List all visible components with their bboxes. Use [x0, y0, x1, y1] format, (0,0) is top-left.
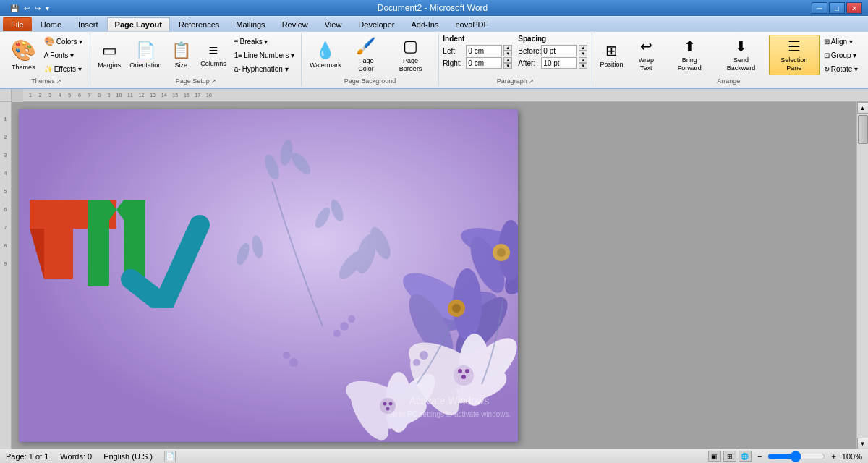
group-label: Group ▾ — [831, 51, 857, 59]
themes-content: 🎨 Themes 🎨 Colors ▾ A Fonts ▾ ✨ Effects … — [7, 35, 86, 76]
document-page[interactable]: Activate Windows Go to PC settings to ac… — [19, 109, 518, 442]
page-area: Activate Windows Go to PC settings to ac… — [12, 102, 856, 449]
svg-rect-60 — [44, 200, 73, 279]
rotate-icon: ↻ — [824, 65, 830, 73]
word-count: Words: 0 — [60, 452, 92, 461]
indent-group: Indent Left: ▲ ▼ Right: ▲ — [443, 35, 512, 69]
spacing-before-up[interactable]: ▲ — [579, 45, 587, 51]
wrap-text-btn[interactable]: ↩ Wrap Text — [628, 35, 664, 75]
position-label: Position — [600, 61, 624, 69]
print-layout-btn[interactable]: ▣ — [708, 451, 721, 462]
more-qat-btn[interactable]: ▾ — [44, 4, 51, 13]
full-screen-btn[interactable]: ⊞ — [723, 451, 736, 462]
themes-expand-icon[interactable]: ↗ — [56, 78, 61, 85]
paragraph-expand-icon[interactable]: ↗ — [529, 78, 534, 85]
maximize-btn[interactable]: □ — [829, 2, 845, 14]
scrollbar-up-btn[interactable]: ▲ — [857, 102, 869, 114]
group-btn[interactable]: ⊡ Group ▾ — [821, 48, 861, 61]
send-backward-btn[interactable]: ⬇ Send Backward — [715, 35, 767, 75]
indent-left-up[interactable]: ▲ — [503, 45, 512, 51]
tab-mailings[interactable]: Mailings — [228, 17, 273, 31]
indent-right-down[interactable]: ▼ — [503, 63, 512, 69]
fonts-btn[interactable]: A Fonts ▾ — [41, 48, 86, 61]
document-main: 1 2 3 4 5 6 7 8 9 — [0, 102, 868, 449]
effects-btn[interactable]: ✨ Effects ▾ — [41, 62, 86, 75]
hyphenation-icon: a- — [234, 65, 241, 73]
minimize-btn[interactable]: ─ — [812, 2, 827, 14]
tab-add-ins[interactable]: Add-Ins — [404, 17, 447, 31]
tab-file[interactable]: File — [3, 17, 32, 31]
send-backward-icon: ⬇ — [735, 38, 747, 55]
position-btn[interactable]: ⊞ Position — [597, 35, 627, 75]
tab-page-layout[interactable]: Page Layout — [107, 17, 170, 31]
page-color-btn[interactable]: 🖌️ Page Color — [346, 35, 386, 75]
line-numbers-btn[interactable]: 1≡ Line Numbers ▾ — [231, 48, 297, 61]
scrollbar-thumb[interactable] — [858, 115, 868, 144]
breaks-icon: ≡ — [234, 38, 239, 46]
fonts-label: Fonts ▾ — [50, 51, 74, 59]
zoom-in-btn[interactable]: + — [831, 452, 835, 461]
spacing-before-label: Before: — [518, 47, 540, 55]
zoom-level: 100% — [842, 452, 862, 461]
tab-view[interactable]: View — [317, 17, 350, 31]
tab-novapdf[interactable]: novaPDF — [447, 17, 496, 31]
view-status-icon[interactable]: 📄 — [164, 451, 176, 462]
spacing-after-up[interactable]: ▲ — [579, 57, 587, 63]
page-setup-expand-icon[interactable]: ↗ — [211, 78, 216, 85]
indent-left-input[interactable] — [466, 45, 502, 56]
rotate-btn[interactable]: ↻ Rotate ▾ — [821, 62, 861, 75]
orientation-btn[interactable]: 📄 Orientation — [126, 35, 165, 75]
selection-pane-btn[interactable]: ☰ Selection Pane — [769, 35, 820, 75]
indent-right-label: Right: — [443, 59, 464, 67]
tab-developer[interactable]: Developer — [350, 17, 402, 31]
svg-point-30 — [461, 375, 466, 379]
indent-right-input[interactable] — [466, 57, 502, 69]
tab-insert[interactable]: Insert — [70, 17, 106, 31]
spacing-after-input[interactable] — [541, 57, 577, 69]
effects-icon: ✨ — [44, 65, 53, 73]
zoom-slider[interactable] — [767, 451, 825, 462]
hyphenation-btn[interactable]: a- Hyphenation ▾ — [231, 62, 297, 75]
paragraph-content: Indent Left: ▲ ▼ Right: ▲ — [443, 35, 587, 76]
spacing-after-label: After: — [518, 59, 540, 67]
tab-review[interactable]: Review — [274, 17, 316, 31]
send-backward-label: Send Backward — [718, 56, 763, 72]
selection-pane-label: Selection Pane — [773, 56, 816, 72]
wrap-text-icon: ↩ — [640, 38, 652, 55]
spacing-before-down[interactable]: ▼ — [579, 51, 587, 56]
scrollbar-down-btn[interactable]: ▼ — [857, 438, 869, 449]
watermark-btn[interactable]: 💧 Watermark — [306, 35, 344, 75]
page-borders-btn[interactable]: ▢ Page Borders — [387, 35, 434, 75]
document-wrapper: 1 2 3 4 5 6 7 8 9 10 11 12 13 14 15 16 1… — [0, 89, 868, 449]
columns-btn[interactable]: ≡ Columns — [197, 35, 230, 75]
themes-btn[interactable]: 🎨 Themes — [7, 35, 40, 75]
save-qat-btn[interactable]: 💾 — [9, 4, 20, 13]
indent-left-down[interactable]: ▼ — [503, 51, 512, 56]
columns-label: Columns — [200, 60, 226, 68]
tab-home[interactable]: Home — [33, 17, 69, 31]
colors-btn[interactable]: 🎨 Colors ▾ — [41, 35, 86, 48]
spacing-before-input[interactable] — [541, 45, 577, 56]
spacing-before-arrows: ▲ ▼ — [579, 45, 587, 56]
close-btn[interactable]: ✕ — [846, 2, 862, 14]
align-btn[interactable]: ⊞ Align ▾ — [821, 35, 861, 48]
svg-point-37 — [383, 402, 387, 406]
bring-forward-btn[interactable]: ⬆ Bring Forward — [665, 35, 713, 75]
margins-btn[interactable]: ▭ Margins — [94, 35, 124, 75]
indent-right-up[interactable]: ▲ — [503, 57, 512, 63]
breaks-btn[interactable]: ≡ Breaks ▾ — [231, 35, 297, 48]
ribbon-tabs: File Home Insert Page Layout References … — [0, 17, 868, 31]
redo-qat-btn[interactable]: ↪ — [33, 4, 42, 13]
tab-references[interactable]: References — [171, 17, 227, 31]
svg-point-21 — [452, 304, 461, 313]
page-background-group-label: Page Background — [306, 76, 434, 85]
zoom-out-btn[interactable]: − — [757, 452, 762, 461]
svg-point-50 — [289, 358, 298, 367]
colors-icon: 🎨 — [44, 36, 55, 46]
spacing-after-down[interactable]: ▼ — [579, 63, 587, 69]
undo-qat-btn[interactable]: ↩ — [22, 4, 31, 13]
page-setup-group-label: Page Setup ↗ — [95, 76, 297, 85]
bring-forward-label: Bring Forward — [669, 56, 710, 72]
web-layout-btn[interactable]: 🌐 — [739, 451, 752, 462]
size-btn[interactable]: 📋 Size — [166, 35, 195, 75]
